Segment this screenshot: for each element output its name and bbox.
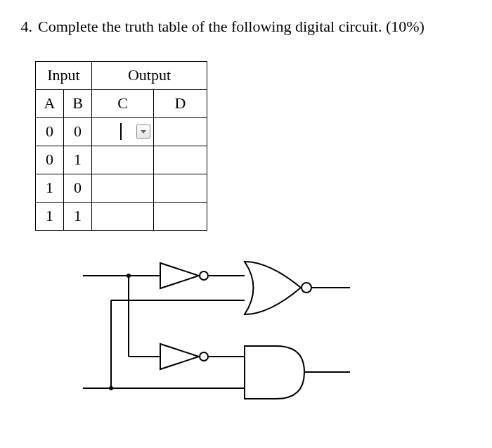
cell-a: 0 (36, 117, 64, 146)
cell-d[interactable] (154, 202, 207, 230)
table-row: 0 0 (36, 117, 207, 146)
table-header-row-2: A B C D (36, 89, 207, 117)
table-header-row-1: Input Output (36, 61, 207, 89)
table-row: 1 1 (36, 202, 207, 230)
cell-b: 0 (64, 117, 92, 146)
cell-c[interactable] (92, 174, 154, 202)
circuit-svg (69, 248, 406, 409)
cell-d[interactable] (154, 174, 207, 202)
cell-c[interactable] (92, 202, 154, 230)
col-header-c: C (92, 89, 154, 117)
cell-c[interactable] (92, 146, 154, 174)
question-text: Complete the truth table of the followin… (38, 17, 472, 37)
question-line: 4. Complete the truth table of the follo… (6, 17, 472, 37)
truth-table: Input Output A B C D 0 0 0 1 (35, 61, 207, 231)
header-input: Input (36, 61, 92, 89)
not-gate-top-icon (160, 263, 208, 288)
col-header-b: B (64, 89, 92, 117)
cell-a: 0 (36, 146, 64, 174)
header-output: Output (92, 61, 207, 89)
circuit-diagram (69, 248, 406, 409)
not-gate-bottom-icon (160, 344, 208, 369)
chevron-down-icon (141, 130, 146, 134)
cell-d[interactable] (154, 146, 207, 174)
cell-b: 0 (64, 174, 92, 202)
page: 4. Complete the truth table of the follo… (0, 0, 492, 448)
and-gate-icon (245, 346, 304, 399)
cell-b: 1 (64, 202, 92, 230)
cell-c-editable[interactable] (92, 117, 154, 146)
cell-d[interactable] (154, 117, 207, 146)
table-row: 0 1 (36, 146, 207, 174)
cell-a: 1 (36, 174, 64, 202)
cell-a: 1 (36, 202, 64, 230)
question-number: 4. (6, 17, 38, 37)
svg-point-1 (302, 283, 311, 293)
col-header-a: A (36, 89, 64, 117)
dropdown-button[interactable] (136, 124, 150, 139)
nor-gate-icon (245, 262, 311, 314)
cell-b: 1 (64, 146, 92, 174)
table-row: 1 0 (36, 174, 207, 202)
col-header-d: D (154, 89, 207, 117)
